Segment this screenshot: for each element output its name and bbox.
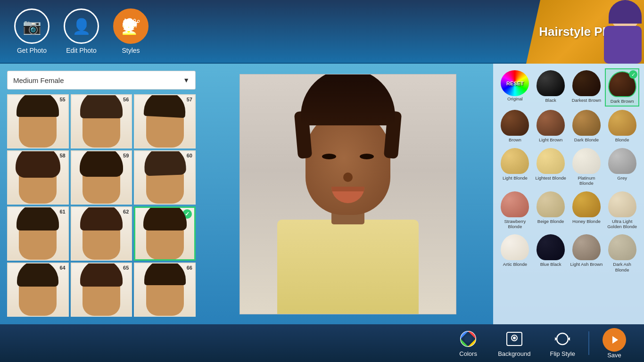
- color-swatch-darkest-brown: [572, 70, 601, 96]
- nav-items: 📷 Get Photo 👤 Edit Photo 💇 Styles: [14, 8, 149, 54]
- get-photo-label: Get Photo: [17, 47, 47, 54]
- color-label-darkest-brown: Darkest Brown: [572, 98, 601, 103]
- color-item-darkest-brown[interactable]: Darkest Brown: [570, 68, 604, 107]
- colors-icon: [459, 329, 478, 348]
- color-swatch-honey-blonde: [572, 191, 601, 217]
- color-swatch-ultra-light: [608, 191, 636, 217]
- color-swatch-brown: [501, 110, 529, 136]
- color-swatch-dark-ash-blonde: [608, 234, 636, 260]
- color-label-blonde: Blonde: [615, 137, 629, 142]
- svg-point-4: [513, 337, 516, 339]
- save-label: Save: [607, 352, 621, 359]
- color-label-brown: Brown: [509, 137, 521, 142]
- style-item-66[interactable]: 66: [134, 263, 196, 317]
- save-action[interactable]: Save: [594, 324, 635, 362]
- style-item-60[interactable]: 60: [134, 150, 196, 205]
- center-panel: [203, 64, 493, 324]
- color-label-light-blonde: Light Blonde: [503, 175, 528, 181]
- nav-styles[interactable]: 💇 Styles: [113, 8, 149, 54]
- color-item-dark-blonde[interactable]: Dark Blonde: [570, 108, 604, 144]
- color-item-blonde[interactable]: Blonde: [605, 108, 639, 144]
- color-item-light-ash-brown[interactable]: Light Ash Brown: [570, 232, 604, 274]
- style-grid: 55 56 57: [7, 94, 196, 317]
- color-swatch-beige-blonde: [537, 191, 565, 217]
- get-photo-icon: 📷: [14, 8, 50, 44]
- bottom-bar: Colors Background Flip Style: [0, 324, 644, 362]
- color-swatch-lightest-blonde: [537, 148, 565, 174]
- save-button-icon: [603, 328, 626, 352]
- bottom-divider: [588, 331, 589, 355]
- color-item-ultra-light[interactable]: Ultra Light Golden Blonde: [605, 189, 639, 231]
- color-label-black: Black: [545, 98, 556, 103]
- color-swatch-artic-blonde: [501, 234, 529, 260]
- color-label-light-ash-brown: Light Ash Brown: [570, 262, 603, 267]
- background-label: Background: [498, 350, 530, 357]
- header: 📷 Get Photo 👤 Edit Photo 💇 Styles Hairst…: [0, 0, 644, 64]
- style-item-64[interactable]: 64: [7, 263, 69, 317]
- style-item-62[interactable]: 62: [71, 206, 132, 261]
- color-item-dark-brown[interactable]: ✓ Dark Brown: [605, 68, 639, 107]
- reset-swatch: RESET: [501, 70, 529, 96]
- logo-area: Hairstyle PRO 🪮: [526, 0, 644, 64]
- colors-action[interactable]: Colors: [449, 326, 487, 361]
- dropdown-chevron-icon: ▼: [183, 76, 190, 84]
- color-item-brown[interactable]: Brown: [498, 108, 532, 144]
- main-content: Medium Female ▼ 55 56: [0, 64, 644, 324]
- nav-get-photo[interactable]: 📷 Get Photo: [14, 8, 50, 54]
- color-swatch-light-blonde: [501, 148, 529, 174]
- color-label-dark-brown: Dark Brown: [611, 99, 634, 104]
- color-swatch-light-ash-brown: [572, 234, 601, 260]
- svg-point-1: [464, 335, 472, 343]
- edit-photo-icon: 👤: [64, 8, 99, 44]
- color-item-blue-black[interactable]: Blue Black: [534, 232, 568, 274]
- color-label-dark-blonde: Dark Blonde: [574, 137, 599, 142]
- svg-marker-7: [612, 336, 618, 344]
- color-item-dark-ash-blonde[interactable]: Dark Ash Blonde: [605, 232, 639, 274]
- styles-icon: 💇: [113, 8, 149, 44]
- color-label-ultra-light: Ultra Light Golden Blonde: [606, 219, 638, 230]
- color-item-strawberry-blonde[interactable]: Strawberry Blonde: [498, 189, 532, 231]
- photo-preview: [239, 74, 456, 314]
- color-swatch-blonde: [608, 110, 636, 136]
- style-item-63[interactable]: ✓: [134, 206, 196, 261]
- color-grid: RESET Original Black Darkest Brown ✓ Dar…: [498, 68, 639, 274]
- color-item-original[interactable]: RESET Original: [498, 68, 532, 107]
- flip-style-icon: [553, 329, 572, 348]
- dropdown-label: Medium Female: [13, 76, 64, 84]
- style-category-dropdown[interactable]: Medium Female ▼: [7, 71, 196, 90]
- color-item-grey[interactable]: Grey: [605, 146, 639, 188]
- edit-photo-label: Edit Photo: [66, 47, 97, 54]
- style-item-55[interactable]: 55: [7, 94, 69, 148]
- style-item-58[interactable]: 58: [7, 150, 69, 205]
- color-swatch-grey: [608, 148, 636, 174]
- color-item-lightest-blonde[interactable]: Lightest Blonde: [534, 146, 568, 188]
- color-panel: RESET Original Black Darkest Brown ✓ Dar…: [493, 64, 644, 324]
- nav-edit-photo[interactable]: 👤 Edit Photo: [64, 8, 99, 54]
- color-item-light-brown[interactable]: Light Brown: [534, 108, 568, 144]
- color-label-lightest-blonde: Lightest Blonde: [535, 175, 566, 181]
- color-item-beige-blonde[interactable]: Beige Blonde: [534, 189, 568, 231]
- color-item-black[interactable]: Black: [534, 68, 568, 107]
- color-selected-check: ✓: [629, 70, 637, 79]
- color-item-honey-blonde[interactable]: Honey Blonde: [570, 189, 604, 231]
- color-swatch-strawberry: [501, 191, 529, 217]
- style-item-59[interactable]: 59: [71, 150, 132, 205]
- style-item-65[interactable]: 65: [71, 263, 132, 317]
- color-label-artic-blonde: Artic Blonde: [503, 262, 527, 267]
- style-item-61[interactable]: 61: [7, 206, 69, 261]
- color-swatch-blue-black: [537, 234, 565, 260]
- color-item-platinum-blonde[interactable]: Platinum Blonde: [570, 146, 604, 188]
- style-item-57[interactable]: 57: [134, 94, 196, 148]
- color-label-original: Original: [507, 96, 523, 101]
- flip-style-label: Flip Style: [550, 350, 575, 357]
- color-swatch-light-brown: [537, 110, 565, 136]
- background-action[interactable]: Background: [489, 326, 539, 361]
- color-swatch-black: [537, 70, 565, 96]
- style-item-56[interactable]: 56: [71, 94, 132, 148]
- left-panel: Medium Female ▼ 55 56: [0, 64, 203, 324]
- color-item-light-blonde[interactable]: Light Blonde: [498, 146, 532, 188]
- flip-style-action[interactable]: Flip Style: [542, 326, 584, 361]
- color-item-artic-blonde[interactable]: Artic Blonde: [498, 232, 532, 274]
- background-icon: [505, 329, 524, 348]
- color-label-light-brown: Light Brown: [539, 137, 562, 142]
